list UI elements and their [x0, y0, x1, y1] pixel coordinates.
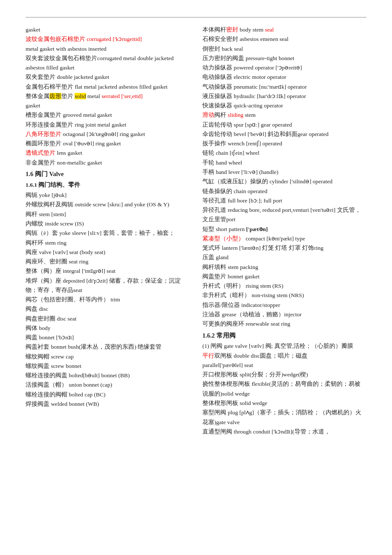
right-column: 本体阀杆密封 body stem seal石棉安全密封 asbestos eme… — [198, 25, 366, 436]
list-item: 阀盖垫片 bonnet gasket — [202, 272, 366, 281]
list-item: 正齿轮传动 spur [spɑ:] gear operated — [202, 120, 366, 130]
list-item: 非升杆式（暗杆） non-rising stem (NRS) — [202, 291, 366, 300]
list-item: 阀盖衬套 bonnet bush(灌木丛，茂密的东西) 绝缘套管 — [26, 342, 190, 352]
list-item: 椭圆环形垫片 oval ['əuvəl] ring gasket — [26, 139, 190, 148]
list-item: 八角环形垫片 octagonal [ɔk'tægənəl] ring gaske… — [26, 130, 190, 139]
list-item: 短型 short pattern ['pætən] — [202, 225, 366, 234]
list-item: 直通型闸阀 through conduit ['kɔndɪt](导管；水道， — [202, 427, 366, 436]
list-item: 阀杆环 stem ring — [26, 238, 190, 248]
list-item: 石棉安全密封 asbestos emenen seal — [202, 35, 366, 44]
list-item: 倒密封 back seal — [202, 44, 366, 54]
list-item: 螺栓连接的阀盖 bolted[bəult] bonnet (BB) — [26, 371, 190, 380]
list-item: 阀盘 disc — [26, 304, 190, 314]
list-item: 动力操纵器 powered operator ['ɔpəreitə] — [202, 63, 366, 72]
list-item: 阀杆填料 stem packing — [202, 263, 366, 272]
list-item: 非金属垫片 non-metallic gasket — [26, 158, 190, 168]
list-item: 笼式环 lantern ['læntən] 灯笼 灯塔 灯罩 灯饰ring — [202, 243, 366, 253]
list-item: 异径孔道 reducing bore, reduced port,venturi… — [202, 205, 366, 225]
list-item: 开口楔形闸板 split(分裂；分开)wedge(楔) — [202, 370, 366, 379]
left-column: gasket波纹金属包嵌石棉垫片 corrugated ['kɔrugeitid… — [26, 25, 198, 436]
list-item: 1.6 阀门 Valve — [26, 169, 190, 179]
list-item: 平行双闸板 double disc圆盘；唱片；磁盘 — [202, 351, 366, 361]
list-item: 升杆式（明杆） rising stem (RS) — [202, 281, 366, 291]
list-item: 挠性整体楔形闸板 flexible(灵活的；易弯曲的；柔韧的；易被说服的)sol… — [202, 379, 366, 399]
list-item: 阀盖 bonnet ['bɔnɪt] — [26, 333, 190, 342]
list-item: 压力密封的阀盖 pressure-tight bonnet — [202, 54, 366, 63]
list-item: 注油器 grease（动植油，贿赂）injector — [202, 310, 366, 319]
list-item: 整体金属齿形垫片 solid metal serrated ['ser,ettd… — [26, 92, 190, 101]
list-item: 阀座环、密封圈 seat ring — [26, 257, 190, 266]
list-item: gasket — [26, 101, 190, 110]
list-item: 手轮 hand wheel — [202, 158, 366, 168]
list-item: 气缸（或液压缸）操纵的 cylinder ['silində] operated — [202, 177, 366, 186]
list-item: 扳手操作 wrench [rentʃ] operated — [202, 139, 366, 148]
list-item: 堆焊（阀）座 deposited [di'pɔzit] 储蓄，存款；保证金；沉淀… — [26, 276, 190, 295]
list-item: 指示器/限位器 indicator/stopper — [202, 301, 366, 310]
list-item: 活接阀盖（帽） union bonnet (cap) — [26, 380, 190, 390]
list-item: 链条操纵的 chain operated — [202, 187, 366, 196]
list-item: 螺纹阀帽 screw cap — [26, 352, 190, 361]
list-item: 气动操纵器 pneumatic [nu:'mætɪk] operator — [202, 82, 366, 92]
list-item: 槽形金属垫片 grooved metal gasket — [26, 110, 190, 120]
list-item: 阀芯（包括密封圈、杆等内件） trim — [26, 295, 190, 304]
list-item: 链轮 chain [tʃein] wheel — [202, 148, 366, 158]
list-item: 透镜式垫片 lens gasket — [26, 148, 190, 158]
list-item: 波纹金属包嵌石棉垫片 corrugated ['kɔrugeitid] — [26, 35, 190, 44]
list-item: 可更换的阀座环 renewable seat ring — [202, 319, 366, 329]
list-item: gasket — [26, 25, 190, 35]
list-item: 等径孔道 full bore [bɔ:]; full port — [202, 196, 366, 205]
list-item: parallel['pærəlel] seat — [202, 361, 366, 370]
list-item: 阀座 valve [vælv] seat (body seat) — [26, 248, 190, 257]
list-item: 紧凑型（小型） compact [kəm'pækt] type — [202, 234, 366, 243]
list-item: 环形连接金属垫片 ring joint metal gasket — [26, 120, 190, 130]
list-item: 螺纹阀盖 screw bonnet — [26, 361, 190, 371]
list-item: 塞型闸阀 plug [plʌg]（塞子；插头；消防栓；（内燃机的）火花塞)gat… — [202, 408, 366, 427]
list-item: 阀轭 yoke [jəuk] — [26, 191, 190, 200]
list-item: 双夹套垫片 double jacketed gasket — [26, 72, 190, 82]
top-divider — [26, 17, 366, 17]
list-item: 本体阀杆密封 body stem seal — [202, 25, 366, 35]
list-item: 1.6.1 阀门结构、零件 — [26, 180, 190, 190]
list-item: 整体（阀）座 integral ['intɪgrəl] seat — [26, 266, 190, 276]
list-item: 滑动阀杆 sliding stem — [202, 110, 366, 120]
list-item: (1) 闸阀 gate valve [vælv] 阀; 真空管,活栓；（心脏的）… — [202, 341, 366, 351]
list-item: 1.6.2 常用阀 — [202, 331, 366, 341]
list-item: 压盖 gland — [202, 253, 366, 262]
list-item: 伞齿轮传动 bevel ['bevəl] 斜边和斜面gear operated — [202, 130, 366, 139]
list-item: 整体楔形闸板 solid wedge — [202, 399, 366, 408]
list-item: 电动操纵器 electric motor operator — [202, 72, 366, 82]
list-item: 快速操纵器 quick-acting operator — [202, 101, 366, 110]
list-item: 阀杆 stem [stem] — [26, 210, 190, 219]
list-item: 螺栓连接的阀帽 bolted cap (BC) — [26, 390, 190, 399]
list-item: 阀轭（è）套 yoke sleeve [sli:v] 套筒，套管；袖子，袖套； — [26, 228, 190, 238]
list-item: 焊接阀盖 welded bonnet (WB) — [26, 399, 190, 409]
list-item: 外螺纹阀杆及阀轭 outside screw [skru:] and yoke … — [26, 200, 190, 209]
list-item: 内螺纹 inside screw (IS) — [26, 219, 190, 228]
list-item: 手柄 hand lever ['li:və] (handle) — [202, 168, 366, 177]
list-item: 液压操纵器 hydraulic [har'drɔ:lɪk] operator — [202, 92, 366, 101]
list-item: 阀体 body — [26, 324, 190, 333]
list-item: 阀盘密封圈 disc seat — [26, 314, 190, 324]
list-item: 双夹套波纹金属包石棉垫片corrugated metal double jack… — [26, 54, 190, 73]
list-item: 金属包石棉平垫片 flat metal jacketed asbestos fi… — [26, 82, 190, 92]
main-content: gasket波纹金属包嵌石棉垫片 corrugated ['kɔrugeitid… — [26, 25, 366, 436]
list-item: metal gasket with asbestos inserted — [26, 44, 190, 54]
